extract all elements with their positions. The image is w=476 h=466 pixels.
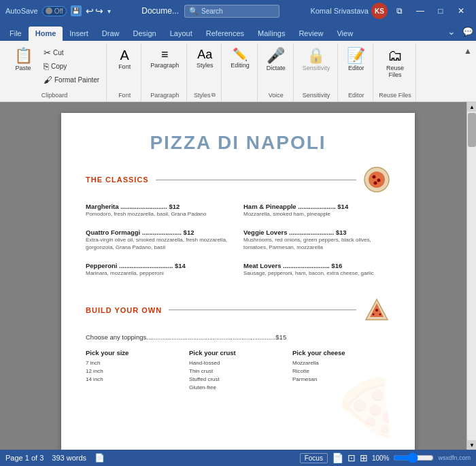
voice-group: 🎤 Dictate Voice (259, 44, 294, 101)
overflow-icon[interactable]: ▾ (107, 7, 111, 15)
item-dots-veggie: ......................... (289, 229, 336, 236)
cheese-ricotte: Ricotte (292, 367, 390, 376)
crust-title: Pick your crust (189, 349, 287, 356)
dictate-button[interactable]: 🎤 Dictate (263, 46, 289, 73)
copy-label: Copy (51, 63, 67, 70)
tab-insert[interactable]: Insert (63, 27, 95, 41)
size-title: Pick your size (86, 349, 184, 356)
doc-title: Docume... (141, 6, 179, 16)
reuse-files-icon: 🗂 (388, 48, 403, 63)
tab-view[interactable]: View (330, 27, 360, 41)
item-dots-margherita: .......................... (120, 203, 169, 210)
tab-references[interactable]: References (199, 27, 251, 41)
item-dots-quattro: ...................... (142, 229, 184, 236)
focus-button[interactable]: Focus (300, 453, 328, 463)
tab-mailings[interactable]: Mailings (251, 27, 292, 41)
menu-item-meat: Meat Lovers .......................... $… (243, 262, 390, 277)
scroll-up-button[interactable]: ▲ (467, 102, 476, 112)
item-price-ham: $14 (337, 203, 348, 210)
dictate-icon: 🎤 (267, 48, 285, 63)
styles-button[interactable]: Aa Styles (192, 46, 217, 71)
toggle-state: Off (54, 7, 63, 15)
doc-area: ▲ ▼ PIZZA DI NAPOLI THE CLASSICS Margher (0, 102, 476, 450)
proofing-icon[interactable]: 📄 (95, 453, 105, 463)
restore-button[interactable]: ⧉ (390, 4, 409, 18)
size-column: Pick your size 7 inch 12 inch 14 inch (86, 349, 184, 392)
crust-thin: Thin crust (189, 367, 287, 376)
view-print-icon[interactable]: 📄 (332, 452, 343, 463)
paragraph-items: ≡ Paragraph (147, 44, 182, 90)
view-read-icon[interactable]: ⊞ (360, 452, 368, 463)
crust-gluten-free: Gluten-free (189, 384, 287, 392)
tab-draw[interactable]: Draw (95, 27, 126, 41)
autosave-toggle[interactable]: Off (42, 6, 67, 16)
title-bar-left: AutoSave Off 💾 ↩ ↪ ▾ (5, 5, 111, 16)
clipboard-items: 📋 Paste ✂ Cut ⎘ Copy 🖌 Format Painter (7, 44, 102, 90)
font-group-label: Font (118, 90, 131, 99)
maximize-button[interactable]: □ (431, 4, 450, 18)
paragraph-button[interactable]: ≡ Paragraph (147, 46, 182, 71)
format-painter-label: Format Painter (54, 76, 99, 84)
paste-button[interactable]: 📋 Paste (7, 46, 39, 73)
editor-button[interactable]: 📝 Editor (343, 46, 369, 73)
styles-expand-icon[interactable]: ⧉ (211, 92, 216, 99)
crust-stuffed: Stuffed crust (189, 376, 287, 384)
save-icon[interactable]: 💾 (71, 5, 82, 16)
format-painter-button[interactable]: 🖌 Format Painter (41, 73, 102, 86)
ribbon-collapse-icon[interactable]: ▲ (464, 46, 472, 56)
menu-item-pepperoni: Pepperoni ..............................… (86, 262, 233, 277)
copy-button[interactable]: ⎘ Copy (41, 60, 102, 73)
scroll-down-button[interactable]: ▼ (467, 440, 476, 450)
status-left: Page 1 of 3 393 words 📄 (5, 453, 105, 463)
item-desc-quattro: Extra-virgin olive oil, smoked mozzarell… (86, 237, 233, 251)
reuse-files-button[interactable]: 🗂 Reuse Files (383, 46, 407, 80)
cut-label: Cut (53, 49, 64, 56)
toggle-dot (46, 7, 52, 14)
editing-button[interactable]: ✏️ Editing (227, 46, 253, 71)
redo-button[interactable]: ↪ (95, 5, 103, 16)
font-button[interactable]: A Font (112, 46, 137, 72)
dictate-label: Dictate (267, 65, 286, 71)
font-icon: A (120, 48, 129, 62)
cut-button[interactable]: ✂ Cut (41, 46, 102, 59)
crust-hand-tossed: Hand-tossed (189, 359, 287, 367)
sensitivity-group-label: Sensitivity (303, 90, 330, 99)
zoom-slider[interactable] (393, 454, 434, 462)
tab-design[interactable]: Design (126, 27, 163, 41)
close-button[interactable]: ✕ (452, 4, 471, 18)
voice-group-label: Voice (269, 90, 284, 99)
tab-layout[interactable]: Layout (163, 27, 199, 41)
pizza-slice-icon (363, 297, 390, 324)
doc-page: PIZZA DI NAPOLI THE CLASSICS Margherita … (61, 113, 415, 450)
paragraph-group: ≡ Paragraph Paragraph (143, 44, 187, 101)
undo-redo-group: ↩ ↪ (86, 5, 103, 16)
pizza-whole-icon (363, 166, 390, 193)
undo-button[interactable]: ↩ (86, 5, 94, 16)
tab-home[interactable]: Home (29, 27, 63, 41)
view-web-icon[interactable]: ⊡ (347, 452, 356, 463)
item-desc-meat: Sausage, pepperoni, ham, bacon, extra ch… (243, 270, 390, 277)
reuse-files-label: Reuse Files (386, 65, 404, 78)
cheese-title: Pick your cheese (292, 349, 390, 356)
scrollbar[interactable]: ▲ ▼ (466, 102, 476, 450)
watermark-pizza-icon: 🍕 (333, 376, 401, 439)
expand-ribbon-icon[interactable]: ⌄ (443, 26, 460, 37)
editing-label: Editing (231, 62, 250, 69)
sensitivity-icon: 🔒 (307, 48, 325, 63)
word-count: 393 words (52, 454, 86, 462)
minimize-button[interactable]: — (411, 4, 430, 18)
svg-point-4 (374, 182, 377, 185)
paste-label: Paste (15, 65, 31, 71)
svg-point-9 (379, 313, 381, 315)
item-desc-margherita: Pomodoro, fresh mozzarella, basil, Grana… (86, 211, 233, 218)
styles-group: Aa Styles Styles ⧉ (188, 44, 222, 101)
user-avatar[interactable]: KS (371, 3, 388, 19)
tab-review[interactable]: Review (292, 27, 330, 41)
item-dots-pepperoni: .............................. (119, 262, 175, 269)
search-bar[interactable]: 🔍 Search (184, 5, 279, 18)
comments-icon[interactable]: 💬 (460, 27, 476, 37)
item-name-meat: Meat Lovers (243, 262, 281, 269)
sensitivity-button[interactable]: 🔒 Sensitivity (299, 46, 334, 73)
scroll-thumb[interactable] (468, 113, 476, 147)
tab-file[interactable]: File (3, 27, 29, 41)
